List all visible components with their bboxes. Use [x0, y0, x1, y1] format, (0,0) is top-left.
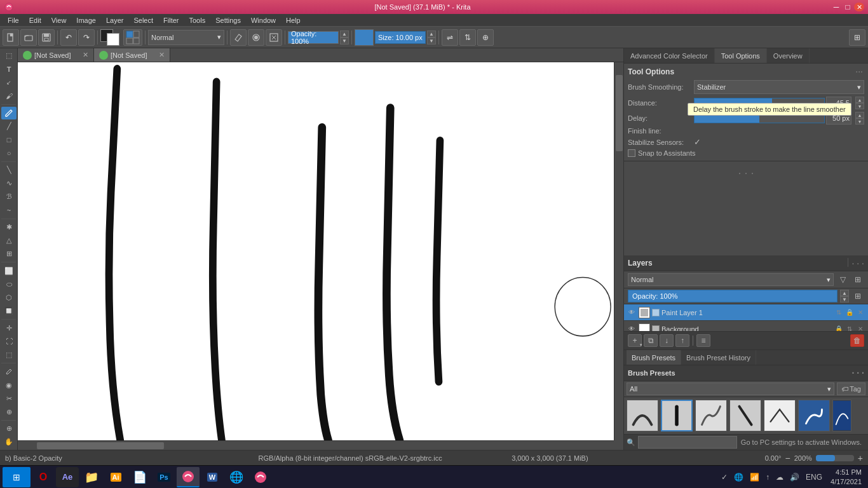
- menu-layer[interactable]: Layer: [101, 14, 129, 26]
- taskbar-browser[interactable]: 🌐: [225, 467, 248, 487]
- snap-checkbox[interactable]: [628, 149, 635, 157]
- tool-dynamic[interactable]: ~: [1, 204, 17, 217]
- taskbar-opera[interactable]: O: [32, 467, 55, 487]
- tool-multibrush[interactable]: ✱: [1, 221, 17, 234]
- menu-image[interactable]: Image: [71, 14, 101, 26]
- checkmark-icon[interactable]: ✓: [719, 473, 729, 482]
- duplicate-layer-button[interactable]: ⧉: [644, 334, 658, 347]
- tab-tool-options[interactable]: Tool Options: [715, 48, 767, 63]
- brush-presets-tab[interactable]: Brush Presets: [627, 350, 681, 365]
- layer-properties-button[interactable]: ≡: [696, 334, 710, 347]
- brush-preset-button[interactable]: [123, 29, 142, 46]
- menu-view[interactable]: View: [46, 14, 72, 26]
- canvas-layout-button[interactable]: ⊞: [849, 29, 865, 46]
- layers-opacity-down[interactable]: ▼: [840, 296, 849, 302]
- layer-move-bg[interactable]: ⇅: [844, 324, 855, 332]
- layers-blend-select[interactable]: Normal ▾: [628, 273, 834, 286]
- layer-delete-bg[interactable]: ✕: [855, 324, 865, 332]
- minimize-button[interactable]: ─: [831, 3, 841, 11]
- brush-preset-3[interactable]: [695, 400, 727, 431]
- tab-overview[interactable]: Overview: [767, 48, 810, 63]
- layer-visibility-background[interactable]: 👁: [627, 324, 637, 332]
- taskbar-file-explorer[interactable]: 📁: [80, 467, 103, 487]
- tool-bezier[interactable]: ℬ: [1, 191, 17, 203]
- tool-smart-patch[interactable]: ✂: [1, 392, 17, 405]
- brush-preset-6[interactable]: [798, 400, 830, 431]
- opacity-slider[interactable]: Opacity: 100%: [288, 31, 339, 44]
- canvas-tab-1[interactable]: [Not Saved] ✕: [18, 48, 94, 62]
- cloud-icon[interactable]: ☁: [774, 473, 785, 482]
- taskbar-illustrator[interactable]: Ai: [104, 467, 127, 487]
- v-scrollbar[interactable]: [614, 62, 623, 440]
- taskbar-photoshop[interactable]: Ps: [153, 467, 175, 487]
- mirror-v-button[interactable]: ⇅: [459, 29, 476, 46]
- tool-polyline[interactable]: ╲: [1, 164, 17, 177]
- canvas-tab-2[interactable]: [Not Saved] ✕: [94, 48, 170, 62]
- layers-dots[interactable]: · · ·: [852, 258, 864, 268]
- tab-close-1[interactable]: ✕: [83, 51, 88, 59]
- menu-filter[interactable]: Filter: [158, 14, 184, 26]
- tool-crop[interactable]: ⛶: [1, 335, 17, 348]
- canvas-content[interactable]: [18, 62, 614, 440]
- opacity-down-button[interactable]: ▼: [340, 37, 349, 44]
- layer-lock-paint-layer-1[interactable]: 🔒: [844, 308, 855, 318]
- brush-smoothing-select[interactable]: Stabilizer ▾: [694, 80, 864, 94]
- new-document-button[interactable]: [3, 29, 19, 46]
- tool-assistant[interactable]: △: [1, 234, 17, 247]
- tool-path[interactable]: ∿: [1, 177, 17, 190]
- open-button[interactable]: [20, 29, 37, 46]
- layer-item-background[interactable]: 👁 Background 🔒 ⇅ ✕: [624, 321, 868, 331]
- layers-opacity-options[interactable]: ⊞: [851, 290, 864, 302]
- layers-opacity-bar[interactable]: Opacity: 100%: [628, 290, 837, 302]
- tool-outline-select[interactable]: 🔲: [1, 304, 17, 317]
- maximize-button[interactable]: □: [843, 3, 853, 11]
- move-layer-up-button[interactable]: ↑: [675, 334, 689, 347]
- move-layer-down-button[interactable]: ↓: [660, 334, 674, 347]
- layers-filter-button[interactable]: ▽: [836, 273, 849, 286]
- menu-tools[interactable]: Tools: [184, 14, 211, 26]
- canvas-rotation-button[interactable]: ⊕: [477, 29, 494, 46]
- tab-close-2[interactable]: ✕: [159, 51, 165, 59]
- tool-ellipse-select[interactable]: ⬭: [1, 278, 17, 290]
- h-scrollbar[interactable]: [18, 440, 614, 450]
- signal-icon[interactable]: 📶: [748, 473, 761, 482]
- layer-move-paint-layer-1[interactable]: ⇅: [834, 308, 844, 318]
- distance-down-button[interactable]: ▼: [855, 103, 864, 109]
- network-icon[interactable]: 🌐: [732, 473, 745, 482]
- tool-line[interactable]: ╱: [1, 120, 17, 133]
- menu-window[interactable]: Window: [246, 14, 281, 26]
- close-button[interactable]: ✕: [854, 3, 864, 11]
- add-layer-button[interactable]: + ▾: [628, 334, 642, 347]
- background-color[interactable]: [107, 33, 119, 46]
- zoom-slider[interactable]: [816, 455, 854, 461]
- tool-polygon-select[interactable]: ⬡: [1, 291, 17, 304]
- tool-move[interactable]: ✛: [1, 322, 17, 334]
- wrap-button[interactable]: [266, 29, 282, 46]
- volume-icon[interactable]: 🔊: [788, 473, 801, 482]
- brush-preset-1[interactable]: [627, 400, 658, 431]
- tab-advanced-color[interactable]: Advanced Color Selector: [624, 48, 715, 63]
- tool-eyedropper[interactable]: [1, 365, 17, 378]
- delay-up-button[interactable]: ▲: [855, 112, 864, 118]
- taskbar-word[interactable]: W: [201, 467, 224, 487]
- mirror-h-button[interactable]: ⇌: [442, 29, 458, 46]
- start-button[interactable]: ⊞: [3, 467, 31, 487]
- layers-opacity-up[interactable]: ▲: [840, 290, 849, 296]
- delay-down-button[interactable]: ▼: [855, 118, 864, 125]
- tool-contiguous2[interactable]: ⬚: [1, 348, 17, 361]
- tool-rect-select[interactable]: ⬜: [1, 264, 17, 277]
- panel-resize-dots[interactable]: ···: [853, 66, 865, 76]
- opacity-up-button[interactable]: ▲: [340, 30, 349, 37]
- brush-preset-history-tab[interactable]: Brush Preset History: [681, 350, 756, 365]
- brush-search-input[interactable]: [638, 436, 737, 449]
- tool-text[interactable]: T: [1, 63, 17, 76]
- size-up-button[interactable]: ▲: [427, 30, 436, 37]
- tool-reference[interactable]: ⊕: [1, 405, 17, 418]
- taskbar-krita[interactable]: [177, 467, 200, 487]
- save-button[interactable]: [38, 29, 55, 46]
- tool-rect[interactable]: □: [1, 133, 17, 146]
- eraser-button[interactable]: [230, 29, 247, 46]
- canvas-viewport[interactable]: [18, 62, 623, 450]
- arrow-icon[interactable]: ↑: [764, 473, 771, 482]
- size-slider[interactable]: Size: 10.00 px: [375, 31, 426, 44]
